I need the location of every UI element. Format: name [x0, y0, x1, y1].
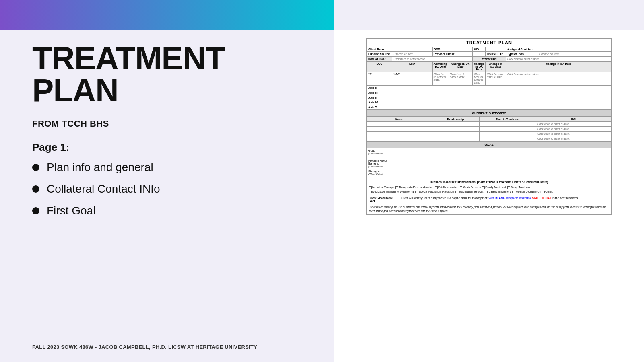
axis-ii-value[interactable]: [395, 90, 611, 95]
change-dx-3-value[interactable]: Click here to enter a date.: [485, 72, 506, 85]
date-of-plan-field[interactable]: Click here to enter a date.: [392, 57, 473, 62]
role-col-header: Role in Treatment: [480, 117, 536, 122]
modalities-line-2: Medication Management/Monitoring Special…: [369, 190, 609, 194]
dshs-clid-label: DSHS CLID:: [485, 52, 506, 57]
stabilization-checkbox[interactable]: [455, 191, 458, 193]
right-panel: TREATMENT PLAN Client Name: DOB: CID: As…: [334, 30, 644, 362]
date-of-plan-label: Date of Plan:: [367, 57, 392, 62]
therapeutic-psycho-checkbox[interactable]: [395, 186, 398, 189]
problem-value[interactable]: [399, 158, 611, 169]
individual-therapy-label: Individual Therapy: [372, 186, 394, 189]
review-due-label: Review Due:: [473, 57, 506, 62]
support-rel-1[interactable]: [431, 122, 480, 127]
support-name-2[interactable]: [367, 127, 431, 132]
change-dx-4-value[interactable]: Click here to enter a date.: [506, 72, 611, 85]
support-role-2[interactable]: [480, 127, 536, 132]
header-table: Client Name: DOB: CID: Assigned Clinicia…: [367, 47, 611, 85]
measurable-goal-link[interactable]: with BLANK symptoms related to STATED GO…: [489, 197, 551, 200]
axis-ii-label: Axis II:: [367, 90, 395, 95]
other-checkbox[interactable]: [542, 191, 545, 193]
family-treatment-checkbox[interactable]: [482, 186, 485, 189]
support-rel-4[interactable]: [431, 136, 480, 141]
name-col-header: Name: [367, 117, 431, 122]
axis-i-value[interactable]: [395, 86, 611, 90]
client-name-field[interactable]: [392, 47, 432, 52]
goal-sublabel: (Client Voice): [368, 152, 383, 155]
left-panel: TREATMENT PLAN FROM TCCH BHS Page 1: Pla…: [0, 30, 334, 362]
support-roi-1[interactable]: Click here to enter a date.: [536, 122, 611, 127]
strengths-value[interactable]: [399, 169, 611, 179]
change-dx-2-value[interactable]: Click here to enter a date.: [473, 72, 486, 85]
list-item: Collateral Contact INfo: [32, 183, 310, 195]
goal-label: Goal:: [368, 149, 375, 152]
cid-field[interactable]: [485, 47, 506, 52]
modalities-line-1: Individual Therapy Therapeutic Psychoedu…: [369, 185, 609, 189]
medication-mgmt-checkbox[interactable]: [369, 191, 372, 193]
group-treatment-checkbox[interactable]: [507, 186, 510, 189]
support-roi-2[interactable]: Click here to enter a date.: [536, 127, 611, 132]
axis-v-value[interactable]: [395, 105, 611, 110]
bullet-icon: [32, 164, 39, 171]
medical-coord-checkbox[interactable]: [512, 191, 515, 193]
loc-value[interactable]: ??: [367, 72, 392, 85]
change-dx-1-value[interactable]: Click here to enter a date.: [448, 72, 473, 85]
bullet-icon: [32, 185, 39, 193]
axis-iv-value[interactable]: [395, 100, 611, 105]
family-treatment-label: Family Treatment: [485, 186, 506, 189]
support-name-4[interactable]: [367, 136, 431, 141]
treatment-modalities-header: Treatment Modalities/Interventions/Suppo…: [369, 180, 609, 184]
treatment-modalities-section: Treatment Modalities/Interventions/Suppo…: [367, 179, 611, 195]
problem-label-cell: Problem Need/ Barriers: (Client Voice): [367, 158, 399, 169]
crisis-services-label: Crisis Services: [463, 186, 481, 189]
brief-intervention-checkbox[interactable]: [435, 186, 438, 189]
change-dx-4-header: Change in DX Date: [506, 62, 611, 72]
left-inner: TREATMENT PLAN FROM TCCH BHS Page 1: Pla…: [32, 42, 310, 217]
bullet-text: Collateral Contact INfo: [47, 183, 160, 195]
client-name-label: Client Name:: [367, 47, 392, 52]
special-pop-checkbox[interactable]: [415, 191, 418, 193]
therapeutic-psycho-label: Therapeutic Psychoeducation: [399, 186, 433, 189]
provider-one-field[interactable]: [473, 52, 486, 57]
measurable-goal-pre: Client will identify, learn and practice…: [401, 197, 489, 200]
problem-sublabel: (Client Voice): [368, 165, 383, 168]
support-role-1[interactable]: [480, 122, 536, 127]
review-due-field[interactable]: Click here to enter a date.: [506, 57, 611, 62]
individual-therapy-checkbox[interactable]: [369, 186, 372, 189]
main-content: TREATMENT PLAN FROM TCCH BHS Page 1: Pla…: [0, 30, 644, 362]
list-item: First Goal: [32, 204, 310, 217]
top-gradient-bar: [0, 0, 334, 30]
support-name-1[interactable]: [367, 122, 431, 127]
page-title: TREATMENT PLAN: [32, 42, 310, 107]
type-placeholder: Choose an item.: [539, 53, 560, 56]
axis-table: Axis I: Axis II: Axis III: Axis IV: Axis…: [367, 85, 611, 110]
special-pop-label: Special Population Evaluation: [419, 190, 454, 193]
footer-note: Client will be utilizing the use of info…: [367, 204, 611, 215]
case-mgmt-checkbox[interactable]: [485, 191, 488, 193]
funding-source-select[interactable]: Choose an item.: [392, 52, 432, 57]
lra-value[interactable]: Y/N?: [392, 72, 432, 85]
support-roi-3[interactable]: Click here to enter a date.: [536, 132, 611, 136]
roi-col-header: ROI: [536, 117, 611, 122]
goal-header: GOAL: [367, 141, 611, 148]
type-of-plan-select[interactable]: Choose an item.: [538, 52, 611, 57]
case-mgmt-label: Case Management: [489, 190, 511, 193]
treatment-plan-document: TREATMENT PLAN Client Name: DOB: CID: As…: [366, 38, 612, 215]
support-name-3[interactable]: [367, 132, 431, 136]
crisis-services-checkbox[interactable]: [460, 186, 462, 189]
brief-intervention-label: Brief Intervention: [438, 186, 458, 189]
support-role-3[interactable]: [480, 132, 536, 136]
goal-value[interactable]: [399, 148, 611, 158]
provider-one-label: Provider One #:: [432, 52, 473, 57]
admitting-dx-value[interactable]: Click here to enter a date.: [432, 72, 448, 85]
support-role-4[interactable]: [480, 136, 536, 141]
assigned-clinician-field[interactable]: [538, 47, 611, 52]
measurable-goal-label: Client Measurable Goal: [367, 195, 399, 204]
axis-iii-value[interactable]: [395, 95, 611, 100]
support-rel-2[interactable]: [431, 127, 480, 132]
type-of-plan-label: Type of Plan:: [506, 52, 538, 57]
stabilization-label: Stabilization Services: [459, 190, 484, 193]
support-rel-3[interactable]: [431, 132, 480, 136]
dob-field[interactable]: [448, 47, 473, 52]
support-roi-4[interactable]: Click here to enter a date.: [536, 136, 611, 141]
bullet-list: Plan info and general Collateral Contact…: [32, 161, 310, 217]
